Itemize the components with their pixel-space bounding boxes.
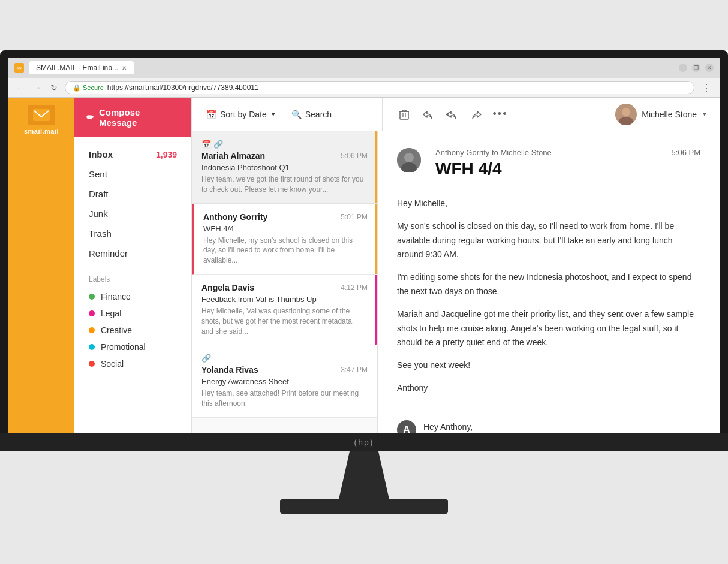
minimize-button[interactable]: —	[679, 64, 687, 72]
user-area[interactable]: Michelle Stone ▼	[610, 104, 712, 125]
more-options-button[interactable]: •••	[491, 105, 510, 124]
email-subject-3: Feedback from Val is Thumbs Up	[201, 295, 368, 304]
label-social-text: Social	[101, 359, 124, 369]
tab-title: SMAIL.MAIL - Email inb...	[36, 64, 118, 72]
calendar-icon: 📅	[206, 110, 216, 119]
refresh-button[interactable]: ↻	[48, 82, 60, 94]
nav-item-trash-label: Trash	[89, 228, 112, 239]
compose-button[interactable]: ✏ Compose Message	[74, 98, 191, 137]
content-row: 📅 🔗 Mariah Almazan 5:06 PM Indonesia Pho…	[192, 131, 720, 433]
forward-button[interactable]	[467, 105, 486, 124]
close-button[interactable]: ✕	[705, 64, 714, 72]
main-content: 📅 Sort by Date ▼ 🔍 Search	[192, 98, 720, 433]
svg-point-6	[622, 108, 630, 116]
monitor-shell: ✉ SMAIL.MAIL - Email inb... ✕ — ❐ ✕ ← → …	[0, 50, 728, 451]
creative-dot	[89, 327, 95, 333]
compose-label: Compose Message	[99, 107, 179, 128]
url-text: https://smail.mail/10300/nrgdrive/77389.…	[107, 83, 259, 92]
email-item-2[interactable]: Anthony Gorrity 5:01 PM WFH 4/4 Hey Mich…	[192, 204, 377, 275]
nav-item-trash[interactable]: Trash	[74, 224, 191, 243]
address-bar[interactable]: 🔒 Secure https://smail.mail/10300/nrgdri…	[65, 81, 694, 94]
label-legal[interactable]: Legal	[89, 305, 177, 322]
email-item-3[interactable]: Angela Davis 4:12 PM Feedback from Val i…	[192, 275, 377, 345]
tab-close-icon[interactable]: ✕	[122, 65, 127, 71]
email-time-1: 5:06 PM	[341, 152, 368, 160]
nav-item-inbox[interactable]: Inbox 1,939	[74, 144, 191, 164]
finance-dot	[89, 294, 95, 300]
inbox-badge: 1,939	[156, 150, 177, 159]
email-item-4[interactable]: 🔗 Yolanda Rivas 3:47 PM Energy Awareness…	[192, 345, 377, 418]
calendar-attach-icon: 📅	[201, 140, 211, 149]
logo-text: smail.mail	[24, 128, 59, 135]
ellipsis-icon: •••	[493, 108, 508, 120]
browser-menu-button[interactable]: ⋮	[699, 82, 714, 94]
nav-item-inbox-label: Inbox	[89, 149, 113, 159]
reply-button[interactable]	[419, 105, 438, 124]
nav-item-sent-label: Sent	[89, 169, 107, 179]
hp-logo: (hp)	[354, 438, 374, 447]
email-sender-4: Yolanda Rivas	[201, 365, 258, 375]
label-promotional[interactable]: Promotional	[89, 339, 177, 355]
nav-item-draft-label: Draft	[89, 189, 109, 199]
monitor-bottom-bar: (hp)	[0, 433, 728, 451]
email-subject-2: WFH 4/4	[203, 224, 368, 233]
body-para-2: I'm editing some shots for the new Indon…	[397, 270, 700, 299]
monitor-stand	[328, 451, 400, 499]
back-button[interactable]: ←	[14, 82, 26, 94]
nav-item-junk[interactable]: Junk	[74, 204, 191, 224]
maximize-button[interactable]: ❐	[692, 64, 700, 72]
nav-item-draft[interactable]: Draft	[74, 184, 191, 204]
labels-header: Labels	[89, 275, 177, 283]
label-finance-text: Finance	[101, 292, 131, 301]
label-creative[interactable]: Creative	[89, 322, 177, 339]
forward-button[interactable]: →	[31, 82, 43, 94]
logo-icon	[28, 105, 55, 125]
email-sender-3: Angela Davis	[201, 283, 254, 292]
svg-rect-0	[33, 109, 50, 121]
user-avatar	[615, 104, 637, 125]
label-finance[interactable]: Finance	[89, 288, 177, 305]
left-nav-panel: ✏ Compose Message Inbox 1,939 Sent Draft	[74, 98, 192, 433]
link-icon-2: 🔗	[201, 354, 211, 363]
nav-item-sent[interactable]: Sent	[74, 164, 191, 184]
message-timestamp: 5:06 PM	[672, 148, 700, 157]
label-promotional-text: Promotional	[101, 342, 146, 352]
message-divider	[397, 408, 700, 408]
email-preview-2: Hey Michelle, my son's school is closed …	[203, 236, 368, 266]
browser-addressbar: ← → ↻ 🔒 Secure https://smail.mail/10300/…	[8, 78, 720, 97]
body-signature: Anthony	[397, 381, 700, 396]
promotional-dot	[89, 344, 95, 350]
email-time-3: 4:12 PM	[341, 283, 368, 292]
body-signoff: See you next week!	[397, 358, 700, 373]
user-chevron-icon: ▼	[702, 111, 708, 117]
email-subject-1: Indonesia Photoshoot Q1	[201, 163, 368, 172]
app-container: smail.mail ✏ Compose Message Inbox 1,939	[8, 98, 720, 433]
label-legal-text: Legal	[101, 309, 121, 318]
compose-area: ✏ Compose Message	[74, 98, 191, 137]
email-preview-1: Hey team, we've got the first round of s…	[201, 174, 368, 195]
favicon-icon: ✉	[14, 63, 24, 73]
svg-point-9	[404, 153, 414, 162]
label-social[interactable]: Social	[89, 355, 177, 372]
email-item-1[interactable]: 📅 🔗 Mariah Almazan 5:06 PM Indonesia Pho…	[192, 131, 377, 204]
browser-tab[interactable]: SMAIL.MAIL - Email inb... ✕	[29, 61, 134, 74]
search-icon: 🔍	[291, 110, 302, 119]
monitor-base	[280, 499, 448, 514]
sidebar: smail.mail	[8, 98, 74, 433]
reply-avatar: A	[397, 420, 416, 433]
window-controls: — ❐ ✕	[679, 64, 714, 72]
nav-item-reminder[interactable]: Reminder	[74, 243, 191, 263]
email-sender-1: Mariah Almazan	[201, 151, 265, 161]
sort-by-date-button[interactable]: 📅 Sort by Date ▼	[199, 105, 284, 124]
sort-label: Sort by Date	[220, 110, 267, 119]
email-subject-4: Energy Awareness Sheet	[201, 377, 368, 386]
delete-button[interactable]	[395, 105, 414, 124]
toolbar-actions: •••	[385, 105, 608, 124]
labels-section: Labels Finance Legal Creative	[74, 270, 191, 375]
email-preview-4: Hey team, see attached! Print before our…	[201, 388, 368, 409]
main-toolbar: 📅 Sort by Date ▼ 🔍 Search	[192, 98, 720, 131]
search-button[interactable]: 🔍 Search	[284, 105, 339, 124]
reply-all-button[interactable]	[443, 105, 462, 124]
reply-greeting: Hey Anthony,	[423, 420, 700, 433]
email-time-2: 5:01 PM	[341, 213, 368, 221]
